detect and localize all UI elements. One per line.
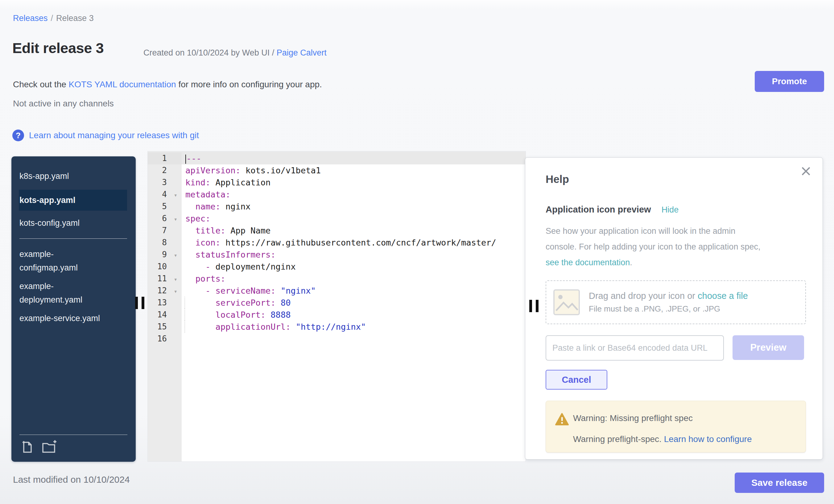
file-item-k8s-app.yaml[interactable]: k8s-app.yaml	[19, 167, 127, 185]
file-pane-resize-handle[interactable]	[135, 297, 145, 309]
code-line-content: metadata:	[182, 189, 526, 200]
save-release-button[interactable]: Save release	[735, 473, 824, 493]
code-line-11: 11▾ ports:	[148, 273, 526, 285]
code-line-content: ---	[182, 152, 526, 165]
doc-post-text: for more info on configuring your app.	[176, 80, 322, 89]
code-line-12: 12▾ - serviceName: "nginx"	[148, 285, 526, 297]
icon-url-input[interactable]	[546, 335, 724, 360]
code-lines: 1---2apiVersion: kots.io/v1beta13kind: A…	[148, 152, 526, 345]
code-line-content: ports:	[182, 273, 526, 285]
line-number-cell: 14	[148, 309, 182, 321]
fold-toggle-icon[interactable]: ▾	[174, 285, 177, 297]
code-line-content	[182, 333, 526, 345]
code-line-16: 16	[148, 333, 526, 345]
help-close-button[interactable]	[800, 166, 811, 178]
description-line1: See how your application icon will look …	[546, 226, 735, 236]
code-line-content: title: App Name	[182, 224, 526, 237]
code-line-content: localPort: 8888	[182, 309, 526, 321]
question-icon: ?	[12, 130, 24, 141]
code-line-14: 14 localPort: 8888	[148, 309, 526, 321]
help-pane-resize-handle[interactable]	[529, 300, 539, 312]
code-line-10: 10 - deployment/nginx	[148, 261, 526, 273]
folder-plus-icon	[41, 440, 57, 454]
file-item-example-configmap.yaml[interactable]: example-configmap.yaml	[19, 245, 127, 277]
code-line-2: 2apiVersion: kots.io/v1beta1	[148, 165, 526, 176]
learn-configure-link[interactable]: Learn how to configure	[664, 434, 752, 444]
git-help-link[interactable]: ? Learn about managing your releases wit…	[12, 130, 199, 141]
code-line-content: spec:	[182, 213, 526, 224]
last-modified-text: Last modified on 10/10/2024	[13, 475, 130, 485]
preview-button[interactable]: Preview	[732, 335, 804, 360]
breadcrumb-releases-link[interactable]: Releases	[13, 14, 48, 23]
file-tree-actions	[19, 435, 127, 455]
channel-status: Not active in any channels	[13, 99, 114, 109]
add-file-button[interactable]	[19, 440, 34, 455]
icon-preview-section-title: Application icon preview	[546, 204, 651, 215]
choose-file-link[interactable]: choose a file	[698, 291, 748, 301]
edit-release-page: Releases/Release 3 Edit release 3 Create…	[0, 0, 834, 504]
file-item-example-deployment.yaml[interactable]: example-deployment.yaml	[19, 277, 127, 309]
breadcrumb: Releases/Release 3	[13, 14, 94, 23]
file-item-kots-app.yaml[interactable]: kots-app.yaml	[19, 190, 127, 211]
icon-preview-description: See how your application icon will look …	[546, 223, 805, 270]
code-line-content: name: nginx	[182, 200, 526, 213]
code-line-4: 4▾metadata:	[148, 189, 526, 200]
fold-toggle-icon[interactable]: ▾	[174, 273, 177, 285]
line-number-cell: 15	[148, 321, 182, 333]
yaml-code-editor[interactable]: 1---2apiVersion: kots.io/v1beta13kind: A…	[148, 151, 526, 462]
doc-info-line: Check out the KOTS YAML documentation fo…	[13, 80, 322, 89]
line-number-cell: 8	[148, 237, 182, 248]
file-item-example-service.yaml[interactable]: example-service.yaml	[19, 309, 127, 328]
description-line2: console. For help adding your icon to th…	[546, 242, 760, 251]
line-number-cell: 4▾	[148, 189, 182, 200]
code-line-9: 9▾ statusInformers:	[148, 248, 526, 261]
line-number-cell: 13	[148, 297, 182, 309]
image-placeholder-icon	[553, 289, 580, 315]
file-list-divider	[19, 238, 127, 239]
code-line-3: 3kind: Application	[148, 176, 526, 189]
add-folder-button[interactable]	[41, 440, 57, 455]
warning-title: Warning: Missing preflight spec	[573, 413, 693, 423]
help-panel-title: Help	[546, 173, 805, 185]
preflight-warning-box: Warning: Missing preflight spec Warning …	[546, 401, 806, 453]
doc-pre-text: Check out the	[13, 80, 69, 89]
code-line-content: icon: https://raw.githubusercontent.com/…	[182, 237, 526, 248]
promote-button[interactable]: Promote	[755, 71, 824, 92]
git-help-label: Learn about managing your releases with …	[29, 130, 199, 140]
code-line-13: 13 servicePort: 80	[148, 297, 526, 309]
file-item-kots-config.yaml[interactable]: kots-config.yaml	[19, 214, 127, 232]
hide-link[interactable]: Hide	[662, 205, 679, 215]
line-number-cell: 9▾	[148, 248, 182, 261]
dropzone-pre-text: Drag and drop your icon or	[589, 291, 698, 301]
close-icon	[800, 166, 811, 177]
dropzone-text: Drag and drop your icon or choose a file…	[589, 291, 748, 314]
code-line-8: 8 icon: https://raw.githubusercontent.co…	[148, 237, 526, 248]
fold-toggle-icon[interactable]: ▾	[174, 189, 177, 201]
icon-dropzone[interactable]: Drag and drop your icon or choose a file…	[546, 280, 806, 324]
warning-body: Warning preflight-spec. Learn how to con…	[573, 434, 752, 444]
code-line-content: applicationUrl: "http://nginx"	[182, 321, 526, 333]
created-info: Created on 10/10/2024 by Web UI / Paige …	[144, 48, 327, 58]
breadcrumb-separator: /	[48, 14, 57, 23]
help-panel: Help Application icon preview Hide See h…	[525, 157, 823, 460]
code-line-content: - serviceName: "nginx"	[182, 285, 526, 297]
code-line-content: - deployment/nginx	[182, 261, 526, 273]
description-suffix: .	[630, 258, 632, 267]
file-plus-icon	[19, 440, 34, 454]
line-number-cell: 1	[148, 152, 182, 165]
kots-yaml-doc-link[interactable]: KOTS YAML documentation	[69, 80, 176, 89]
line-number-cell: 16	[148, 333, 182, 345]
page-title: Edit release 3	[12, 40, 104, 57]
line-number-cell: 12▾	[148, 285, 182, 297]
line-number-cell: 5	[148, 200, 182, 213]
line-number-cell: 2	[148, 165, 182, 176]
code-line-content: kind: Application	[182, 176, 526, 189]
fold-toggle-icon[interactable]: ▾	[174, 213, 177, 225]
see-documentation-link[interactable]: see the documentation	[546, 258, 630, 267]
cancel-button[interactable]: Cancel	[546, 370, 607, 390]
code-line-content: statusInformers:	[182, 248, 526, 261]
line-number-cell: 10	[148, 261, 182, 273]
fold-toggle-icon[interactable]: ▾	[174, 249, 177, 261]
breadcrumb-current: Release 3	[56, 14, 94, 23]
created-author-link[interactable]: Paige Calvert	[277, 48, 327, 57]
